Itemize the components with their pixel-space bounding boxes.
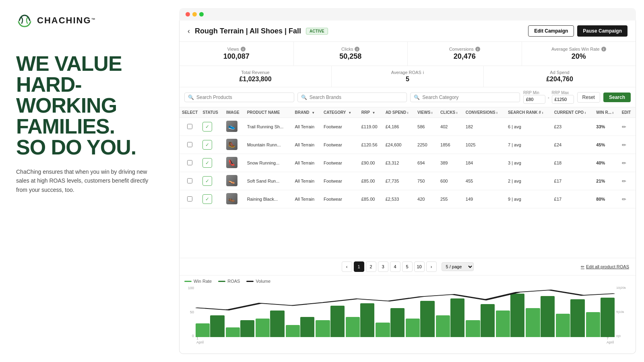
row-image-0: 👟 [226, 121, 237, 132]
row-rrp-1: £120.56 [359, 136, 383, 154]
reset-button[interactable]: Reset [577, 92, 600, 103]
rrp-max-input[interactable] [552, 95, 574, 104]
stat-views-label: Views i [186, 47, 287, 51]
row-status-4: ✓ [202, 194, 212, 204]
col-brand[interactable]: BRAND ▼ [292, 107, 321, 118]
search-button[interactable]: Search [603, 93, 631, 102]
prev-page-button[interactable]: ‹ [342, 261, 352, 272]
chart-area: 100 50 0 [184, 286, 631, 344]
search-products-input[interactable] [196, 95, 291, 100]
row-image-1: 🥾 [226, 139, 237, 150]
legend-volume-label: Volume [256, 279, 270, 284]
volume-line [196, 290, 615, 310]
table-row: ✓ 👟 Trail Running Sh... All Terrain Foot… [180, 118, 636, 136]
y-right-max: 10|20k [616, 286, 626, 290]
left-panel: CHACHING™ WE VALUE HARD- WORKING FAMILIE… [0, 0, 175, 362]
back-button[interactable]: ‹ [188, 27, 190, 35]
row-product-1: Mountain Runn... [245, 136, 293, 154]
stat-conversions-value: 20,476 [414, 52, 515, 61]
campaign-header: ‹ Rough Terrain | All Shoes | Fall ACTIV… [180, 21, 636, 42]
col-clicks[interactable]: CLICKS i [438, 107, 463, 118]
x-label-end: 7April [607, 336, 614, 344]
row-clicks-2: 389 [438, 154, 463, 172]
row-checkbox-0[interactable] [187, 124, 192, 129]
row-win-rate-2: 40% [594, 154, 619, 172]
row-views-4: 420 [415, 190, 438, 208]
page-4-button[interactable]: 4 [390, 261, 400, 272]
browser-body: ‹ Rough Terrain | All Shoes | Fall ACTIV… [179, 21, 636, 354]
revenue-total-value: £1,023,800 [188, 76, 323, 83]
col-cpo[interactable]: CURRENT CPO i [552, 107, 594, 118]
page-2-button[interactable]: 2 [366, 261, 376, 272]
row-checkbox-2[interactable] [187, 160, 192, 165]
legend-win-rate-dot [184, 281, 192, 282]
revenue-total-label: Total Revenue [188, 70, 323, 75]
row-edit-4[interactable]: ✏ [622, 196, 626, 202]
browser-dot-green[interactable] [199, 12, 204, 16]
chart-legend: Win Rate ROAS Volume [184, 279, 631, 284]
row-edit-3[interactable]: ✏ [622, 178, 626, 184]
legend-volume: Volume [246, 279, 270, 284]
row-ad-spend-3: £7,735 [383, 172, 415, 190]
row-category-4: Footwear [321, 190, 359, 208]
col-views[interactable]: VIEWS i [415, 107, 438, 118]
search-brands-input[interactable] [310, 95, 404, 100]
row-checkbox-4[interactable] [187, 196, 192, 202]
revenue-ad-spend-value: £204,760 [492, 76, 627, 83]
rrp-max-label: RRP Max [552, 90, 574, 95]
table-row: ✓ 👞 Raining Black... All Terrain Footwea… [180, 190, 636, 208]
col-rank[interactable]: SEARCH RANK # i [506, 107, 552, 118]
stat-views: Views i 100,087 [180, 42, 294, 66]
stat-win-rate-label: Average Sales Win Rate i [528, 47, 630, 51]
per-page-select[interactable]: 5 / page 10 / page 25 / page [442, 262, 474, 271]
rrp-min-input[interactable] [523, 95, 545, 104]
row-category-0: Footwear [321, 118, 359, 136]
row-product-0: Trail Running Sh... [245, 118, 293, 136]
col-product[interactable]: PRODUCT NAME [245, 107, 293, 118]
row-product-3: Soft Sand Run... [245, 172, 293, 190]
row-clicks-0: 402 [438, 118, 463, 136]
search-category-input[interactable] [422, 95, 516, 100]
search-category-wrap[interactable]: 🔍 [410, 93, 520, 102]
logo-icon [16, 12, 33, 29]
browser-chrome [179, 8, 636, 21]
browser-dot-yellow[interactable] [192, 12, 197, 16]
row-edit-2[interactable]: ✏ [622, 160, 626, 166]
row-edit-0[interactable]: ✏ [622, 124, 626, 130]
col-conversions[interactable]: CONVERSIONS i [463, 107, 506, 118]
last-page-button[interactable]: › [426, 261, 437, 272]
y-right-mid: 5|10k [616, 310, 624, 314]
row-ad-spend-2: £3,312 [383, 154, 415, 172]
pause-campaign-button[interactable]: Pause Campaign [577, 25, 627, 37]
edit-campaign-button[interactable]: Edit Campaign [528, 25, 574, 37]
stat-clicks-label: Clicks i [300, 47, 401, 51]
search-products-icon: 🔍 [188, 95, 194, 100]
volume-line-svg [196, 286, 615, 334]
next-page-button[interactable]: 10 [414, 261, 425, 272]
page-1-button[interactable]: 1 [354, 261, 364, 272]
row-edit-1[interactable]: ✏ [622, 142, 626, 148]
col-category[interactable]: CATEGORY ▼ [321, 107, 359, 118]
search-brands-icon: 🔍 [301, 95, 307, 100]
page-3-button[interactable]: 3 [378, 261, 388, 272]
col-rrp[interactable]: RRP ▼ [359, 107, 383, 118]
edit-all-roas-link[interactable]: ✏ Edit all product ROAS [581, 264, 629, 269]
legend-roas-dot [218, 281, 225, 282]
stat-conversions-label: Conversions i [414, 47, 515, 51]
search-brands-wrap[interactable]: 🔍 [297, 93, 407, 102]
revenue-ad-spend: Ad Spend £204,760 [484, 66, 636, 87]
row-cpo-4: £17 [552, 190, 594, 208]
row-views-3: 750 [415, 172, 438, 190]
row-conversions-0: 182 [463, 118, 506, 136]
row-checkbox-3[interactable] [187, 178, 192, 183]
search-products-wrap[interactable]: 🔍 [184, 93, 294, 102]
row-views-1: 2250 [415, 136, 438, 154]
col-win-rate[interactable]: WIN R... i [594, 107, 619, 118]
browser-dot-red[interactable] [186, 12, 190, 16]
col-edit: EDIT [619, 107, 636, 118]
campaign-status-badge: ACTIVE [306, 28, 328, 35]
page-5-button[interactable]: 5 [402, 261, 413, 272]
row-checkbox-1[interactable] [187, 142, 192, 147]
col-ad-spend[interactable]: AD SPEND i [383, 107, 415, 118]
legend-roas-label: ROAS [227, 279, 240, 284]
